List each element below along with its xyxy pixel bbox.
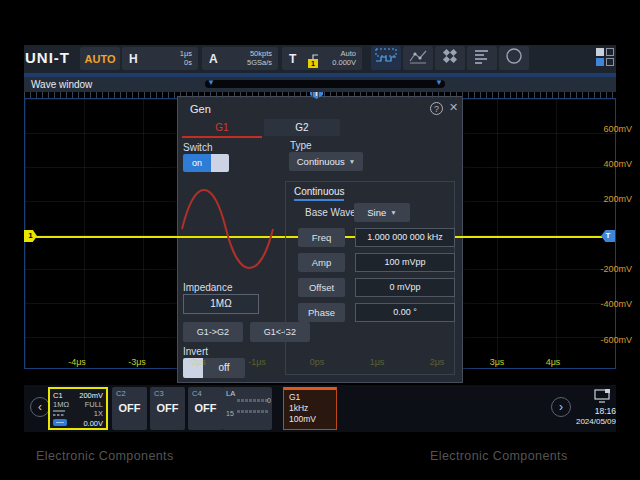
gen-dialog: Gen ? ✕ G1 G2 Switch on Impedance 1MΩ G1… [178, 97, 462, 382]
voltage-label: -400mV [572, 299, 632, 309]
type-value: Continuous [297, 156, 345, 167]
brand-logo: UNI-T [25, 49, 70, 66]
wave-window-header: Wave window ▼ ▼ [24, 77, 616, 92]
help-icon[interactable]: ? [430, 102, 443, 115]
time-label: -3μs [117, 357, 157, 367]
base-wave-label: Base Wave [305, 207, 356, 218]
impedance-field[interactable]: 1MΩ [183, 294, 259, 314]
la-first-bit: 0 [267, 397, 271, 404]
chevron-down-icon: ▼ [349, 158, 355, 165]
acquire-label: A [209, 52, 218, 66]
trigger-source-badge: 1 [308, 59, 318, 68]
time-ruler [24, 92, 616, 98]
auto-mode-button[interactable]: AUTO [80, 47, 120, 70]
switch-toggle-handle [211, 154, 229, 172]
acquire-readout: 50kpts 5GSa/s [247, 50, 272, 67]
c2-name: C2 [116, 389, 126, 398]
generator1-tile[interactable]: G1 1kHz 100mV [283, 387, 337, 430]
bottom-channel-bar: ‹ C1 200mV 1MΩ FULL 1X 0.00V C2 OFF C3 O… [24, 385, 616, 432]
voltage-label: -600mV [572, 335, 632, 345]
watermark-text: Electronic Components [36, 449, 174, 463]
horizontal-overview-bar[interactable]: ▼ ▼ [205, 80, 445, 88]
oscilloscope-screen: UNI-T AUTO H 1μs 0s A 50kpts 5GSa/s T 1 … [0, 0, 640, 480]
horizontal-settings-button[interactable]: H 1μs 0s [122, 47, 198, 70]
c1-offset: 0.00V [83, 419, 103, 428]
channel1-tile[interactable]: C1 200mV 1MΩ FULL 1X 0.00V [48, 387, 108, 430]
trigger-label: T [289, 52, 296, 66]
channel3-tile[interactable]: C3 OFF [150, 387, 185, 430]
waveform-capture-button[interactable] [371, 46, 401, 70]
active-tab-underline [182, 136, 262, 138]
waveform-capture-icon [375, 48, 397, 68]
measure-button[interactable] [403, 46, 433, 70]
list-icon [474, 48, 490, 68]
scroll-left-button[interactable]: ‹ [30, 397, 50, 417]
offset-value[interactable]: 0 mVpp [355, 278, 455, 297]
c1-bandwidth: FULL [85, 400, 103, 409]
g1-name: G1 [289, 392, 300, 402]
tools-button[interactable] [435, 46, 465, 70]
c1-name: C1 [53, 391, 63, 400]
la-channel-dots [237, 399, 269, 402]
acquire-settings-button[interactable]: A 50kpts 5GSa/s [202, 47, 278, 70]
overview-left-arrow-icon[interactable]: ▼ [207, 78, 215, 87]
wave-window-title: Wave window [31, 79, 92, 90]
base-wave-dropdown[interactable]: Sine ▼ [354, 203, 410, 222]
horizontal-readout: 1μs 0s [180, 50, 192, 67]
channel2-tile[interactable]: C2 OFF [112, 387, 147, 430]
c3-name: C3 [154, 389, 164, 398]
freq-value[interactable]: 1.000 000 000 kHz [355, 228, 455, 247]
voltage-label: 400mV [572, 159, 632, 169]
type-dropdown[interactable]: Continuous ▼ [289, 152, 363, 171]
waveform-preview [178, 173, 284, 289]
la-last-bit: 15 [226, 410, 234, 417]
overview-right-arrow-icon[interactable]: ▼ [435, 78, 443, 87]
amp-value[interactable]: 100 mVpp [355, 253, 455, 272]
clock-date: 2024/05/09 [560, 417, 616, 426]
time-label: -4μs [57, 357, 97, 367]
c4-status: OFF [188, 402, 223, 414]
channel4-tile[interactable]: C4 OFF [188, 387, 223, 430]
base-wave-value: Sine [367, 207, 386, 218]
type-label: Type [290, 140, 312, 151]
time-label: 3μs [477, 357, 517, 367]
c1-waveform-icon [53, 419, 67, 426]
c1-scale: 200mV [79, 391, 103, 400]
voltage-label: -200mV [572, 264, 632, 274]
scroll-right-button[interactable]: › [551, 397, 571, 417]
phase-button[interactable]: Phase [298, 303, 345, 322]
invert-label: Invert [183, 346, 208, 357]
tab-g2[interactable]: G2 [264, 119, 340, 136]
switch-label: Switch [183, 142, 212, 153]
switch-toggle[interactable]: on [183, 154, 229, 172]
horizontal-label: H [129, 52, 138, 66]
copy-g1-to-g2-button[interactable]: G1->G2 [183, 322, 243, 342]
amp-button[interactable]: Amp [298, 253, 345, 272]
c4-name: C4 [192, 389, 202, 398]
display-icon [594, 389, 611, 407]
trigger-level: 0.000V [332, 59, 356, 68]
c1-probe: 1X [94, 409, 103, 418]
time-label-dim: 2μs [417, 357, 457, 367]
close-icon[interactable]: ✕ [449, 101, 458, 114]
dialog-title: Gen [190, 103, 211, 115]
switch-toggle-state: on [183, 154, 211, 172]
time-label: 4μs [533, 357, 573, 367]
sample-rate: 5GSa/s [247, 59, 272, 68]
c3-status: OFF [150, 402, 185, 414]
measure-icon [409, 48, 427, 68]
dc-coupling-icon [53, 409, 65, 419]
phase-value[interactable]: 0.00 ° [355, 303, 455, 322]
freq-button[interactable]: Freq [298, 228, 345, 247]
trigger-settings-button[interactable]: T 1 Auto 0.000V [282, 47, 362, 70]
time-label-dim: 1μs [357, 357, 397, 367]
menu-list-button[interactable] [467, 46, 497, 70]
section-title: Continuous [294, 186, 345, 197]
chevron-down-icon: ▼ [390, 209, 396, 216]
window-layout-button[interactable] [596, 48, 615, 67]
tab-g1[interactable]: G1 [182, 119, 262, 136]
logic-analyzer-tile[interactable]: LA 0 15 [222, 387, 272, 430]
clock-time: 18:16 [570, 406, 616, 416]
search-button[interactable] [499, 46, 529, 70]
offset-button[interactable]: Offset [298, 278, 345, 297]
